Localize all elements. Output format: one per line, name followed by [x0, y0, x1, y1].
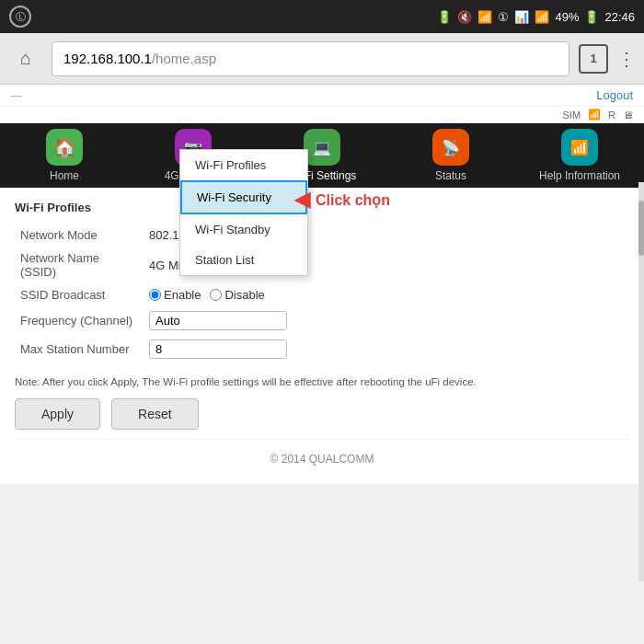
status-nav-icon: 📡 [432, 129, 469, 166]
url-box[interactable]: 192.168.100.1 /home.asp [52, 41, 569, 76]
note-text: Note: After you click Apply, The Wi-Fi p… [15, 374, 629, 389]
form-row-max-station: Max Station Number 8 [15, 335, 629, 363]
annotation-text: Click chọn [316, 191, 390, 209]
scroll-thumb[interactable] [638, 201, 644, 256]
form-row-network-mode: Network Mode 802.11 b/... ▼ [15, 224, 629, 247]
dropdown-item-wifi-standby[interactable]: Wi-Fi Standby [180, 214, 307, 245]
enable-radio-label[interactable]: Enable [149, 288, 201, 302]
field-value-max-station: 8 [144, 335, 629, 363]
form-row-frequency: Frequency (Channel) Auto [15, 306, 629, 335]
wifi-settings-nav-icon: 💻 [304, 129, 340, 166]
web-content: — Logout SIM 📶 R 🖥 🏠 Home 📷 4G Settings … [0, 85, 644, 484]
nav-item-home[interactable]: 🏠 Home [0, 123, 129, 188]
field-label-network-mode: Network Mode [15, 224, 144, 247]
nav-item-help[interactable]: 📶 Help Information [515, 123, 644, 188]
enable-radio[interactable] [149, 289, 161, 301]
home-nav-label: Home [50, 169, 79, 182]
status-bar: Ⓛ 🔋 🔇 📶 ① 📊 📶 49% 🔋 22:46 [0, 0, 644, 33]
form-row-ssid: Network Name (SSID) 4G MiFi_FD... ▼ [15, 247, 629, 283]
signal-bars-icon: 📶 [588, 109, 601, 121]
dropdown-item-wifi-profiles[interactable]: Wi-Fi Profiles [180, 150, 307, 180]
battery-icon: 🔋 [437, 10, 452, 24]
field-label-ssid-broadcast: SSID Broadcast [15, 283, 144, 306]
field-value-frequency: Auto [144, 306, 629, 335]
app-icon: Ⓛ [9, 6, 31, 28]
frequency-select[interactable]: Auto [149, 311, 287, 330]
ssid-broadcast-radio-group: Enable Disable [149, 288, 624, 302]
home-nav-icon: 🏠 [46, 129, 83, 166]
button-row: Apply Reset [15, 398, 629, 430]
reset-button[interactable]: Reset [111, 398, 199, 430]
form-row-ssid-broadcast: SSID Broadcast Enable Disable [15, 283, 629, 306]
sim-status-icon: SIM [562, 109, 581, 121]
dropdown-item-station-list[interactable]: Station List [180, 245, 307, 275]
logout-link[interactable]: Logout [596, 88, 633, 102]
status-bar-right: 🔋 🔇 📶 ① 📊 📶 49% 🔋 22:46 [437, 10, 635, 24]
click-annotation: ◀ Click chọn [294, 188, 390, 212]
apply-button[interactable]: Apply [15, 398, 100, 430]
wifi-icon: 📶 [477, 10, 492, 24]
arrow-icon: ◀ [294, 188, 310, 212]
field-value-ssid-broadcast: Enable Disable [144, 283, 629, 306]
nav-item-status[interactable]: 📡 Status [386, 123, 515, 188]
max-station-select[interactable]: 8 [149, 339, 287, 359]
roaming-icon: R [608, 109, 615, 121]
sim-icon: ① [498, 10, 509, 24]
status-nav-label: Status [435, 169, 466, 182]
help-nav-label: Help Information [539, 169, 620, 182]
mute-icon: 🔇 [457, 10, 472, 24]
settings-form: Network Mode 802.11 b/... ▼ Network Name… [15, 224, 629, 363]
url-path: /home.asp [152, 51, 216, 66]
max-station-select-wrapper: 8 [149, 339, 287, 359]
address-bar: ⌂ 192.168.100.1 /home.asp 1 ⋮ [0, 33, 644, 85]
frequency-select-wrapper: Auto [149, 311, 287, 330]
battery-full-icon: 🔋 [584, 10, 599, 24]
scroll-handle[interactable] [638, 182, 644, 581]
enable-label: Enable [164, 288, 201, 302]
main-content: Wi-Fi Profiles Network Mode 802.11 b/...… [0, 188, 644, 484]
footer-text: © 2014 QUALCOMM [15, 439, 629, 471]
help-nav-icon: 📶 [561, 129, 598, 166]
screen-icon: 🖥 [623, 109, 633, 121]
url-domain: 192.168.100.1 [63, 51, 152, 66]
app-icon-label: Ⓛ [16, 10, 26, 24]
browser-menu-button[interactable]: ⋮ [617, 48, 635, 70]
status-bar-left: Ⓛ [9, 6, 31, 28]
signal-bar: SIM 📶 R 🖥 [0, 107, 644, 123]
tab-count[interactable]: 1 [579, 44, 608, 74]
disable-radio[interactable] [210, 289, 222, 301]
wifi-settings-dropdown: Wi-Fi Profiles Wi-Fi Security Wi-Fi Stan… [179, 149, 308, 276]
field-label-ssid: Network Name (SSID) [15, 247, 144, 283]
disable-label: Disable [224, 288, 264, 302]
field-label-frequency: Frequency (Channel) [15, 306, 144, 335]
nav-bar: 🏠 Home 📷 4G Settings 💻 Wi-Fi Settings 📡 … [0, 123, 644, 188]
time: 22:46 [604, 10, 635, 24]
home-button[interactable]: ⌂ [9, 42, 42, 75]
disable-radio-label[interactable]: Disable [210, 288, 264, 302]
field-label-max-station: Max Station Number [15, 335, 144, 363]
dropdown-item-wifi-security[interactable]: Wi-Fi Security [180, 180, 307, 214]
signal2-icon: 📶 [535, 10, 549, 24]
battery-percent: 49% [555, 10, 579, 24]
signal-icon: 📊 [514, 10, 529, 24]
top-right-bar: — Logout [0, 85, 644, 107]
